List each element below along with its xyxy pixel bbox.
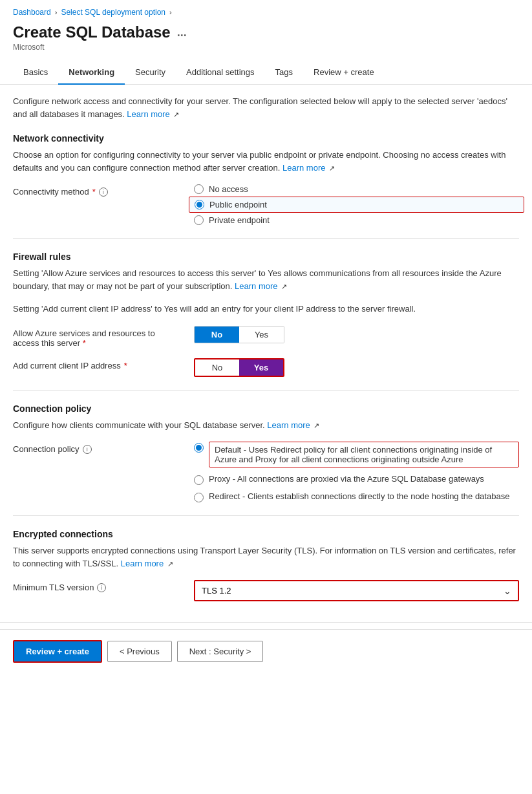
add-client-ip-no[interactable]: No [195,359,239,376]
divider-bottom [0,622,532,623]
connectivity-method-options: No access Public endpoint Private endpoi… [194,184,519,225]
allow-azure-toggle: No Yes [194,326,519,343]
intro-learn-more[interactable]: Learn more [127,109,169,119]
tls-version-select-wrapper: TLS 1.0 TLS 1.1 TLS 1.2 TLS 1.3 ⌄ [194,580,519,601]
policy-radio-group: Default - Uses Redirect policy for all c… [194,442,519,502]
page-title-text: Create SQL Database [13,23,171,41]
policy-radio-proxy-input[interactable] [194,475,204,485]
radio-public-endpoint-input[interactable] [195,200,204,209]
connectivity-radio-group: No access Public endpoint Private endpoi… [194,184,519,225]
policy-radio-redirect-input[interactable] [194,493,204,502]
intro-description: Configure network access and connectivit… [13,95,519,120]
intro-external-link-icon: ↗ [173,111,179,118]
radio-private-endpoint-input[interactable] [194,215,204,225]
encrypted-learn-more[interactable]: Learn more [121,559,164,568]
tls-info-icon[interactable]: i [97,583,106,592]
network-external-link-icon: ↗ [329,164,335,172]
policy-default-label: Default - Uses Redirect policy for all c… [209,442,519,467]
tabs-nav: Basics Networking Security Additional se… [0,61,532,85]
policy-radio-redirect[interactable]: Redirect - Clients establish connections… [194,491,519,502]
tab-additional-settings[interactable]: Additional settings [176,61,265,85]
allow-azure-no[interactable]: No [195,327,239,343]
firewall-external-link-icon: ↗ [281,283,287,290]
connectivity-method-row: Connectivity method * i No access Public… [13,184,519,225]
tab-networking[interactable]: Networking [58,61,125,85]
breadcrumb: Dashboard › Select SQL deployment option… [0,0,532,21]
policy-radio-proxy[interactable]: Proxy - All connections are proxied via … [194,474,519,485]
allow-azure-required: * [83,338,86,348]
encrypted-external-link-icon: ↗ [167,560,173,568]
policy-radio-default[interactable]: Default - Uses Redirect policy for all c… [194,442,519,467]
allow-azure-yes[interactable]: Yes [239,327,284,343]
main-content: Configure network access and connectivit… [0,85,532,622]
add-client-ip-yes[interactable]: Yes [239,359,283,376]
network-connectivity-description: Choose an option for configuring connect… [13,149,519,174]
radio-public-endpoint[interactable]: Public endpoint [189,197,524,213]
ellipsis-menu[interactable]: ... [177,26,187,39]
connection-policy-external-link-icon: ↗ [314,422,319,429]
radio-no-access[interactable]: No access [194,184,519,194]
firewall-rules-title: Firewall rules [13,252,519,262]
connectivity-method-label: Connectivity method * i [13,184,194,197]
network-learn-more[interactable]: Learn more [282,163,325,173]
previous-button[interactable]: < Previous [107,641,172,662]
divider-1 [13,238,519,239]
encrypted-connections-title: Encrypted connections [13,529,519,539]
tls-version-row: Minimum TLS version i TLS 1.0 TLS 1.1 TL… [13,580,519,601]
allow-azure-row: Allow Azure services and resources to ac… [13,326,519,348]
divider-2 [13,390,519,391]
add-client-ip-label: Add current client IP address * [13,358,194,370]
breadcrumb-select-sql[interactable]: Select SQL deployment option [61,8,165,17]
connection-policy-row: Connection policy i Default - Uses Redir… [13,442,519,502]
client-ip-required: * [124,361,127,370]
next-button[interactable]: Next : Security > [177,641,264,662]
radio-private-endpoint[interactable]: Private endpoint [194,215,519,225]
add-client-ip-toggle: No Yes [194,358,519,377]
firewall-learn-more[interactable]: Learn more [235,281,277,291]
action-bar: Review + create < Previous Next : Securi… [0,629,532,673]
tab-tags[interactable]: Tags [265,61,303,85]
divider-3 [13,515,519,516]
tab-basics[interactable]: Basics [13,61,58,85]
tab-security[interactable]: Security [125,61,176,85]
add-client-ip-row: Add current client IP address * No Yes [13,358,519,377]
firewall-description-2: Setting 'Add current client IP address' … [13,303,519,316]
allow-azure-toggle-wrapper[interactable]: No Yes [194,326,284,343]
policy-radio-default-input[interactable] [194,443,204,453]
network-connectivity-title: Network connectivity [13,133,519,144]
connection-policy-info-icon[interactable]: i [83,445,92,454]
review-create-button[interactable]: Review + create [13,640,102,663]
required-marker: * [92,187,96,197]
tls-version-select[interactable]: TLS 1.0 TLS 1.1 TLS 1.2 TLS 1.3 [195,581,518,600]
page-header: Create SQL Database ... Microsoft [0,21,532,61]
connectivity-info-icon[interactable]: i [99,188,108,197]
connection-policy-description: Configure how clients communicate with y… [13,419,519,432]
breadcrumb-dashboard[interactable]: Dashboard [13,8,51,17]
connection-policy-learn-more[interactable]: Learn more [267,420,310,430]
page-subtitle: Microsoft [13,43,519,52]
connection-policy-label: Connection policy i [13,442,194,454]
tls-version-label: Minimum TLS version i [13,580,194,592]
connection-policy-options: Default - Uses Redirect policy for all c… [194,442,519,502]
add-client-ip-toggle-wrapper[interactable]: No Yes [194,358,284,377]
connection-policy-title: Connection policy [13,403,519,414]
radio-no-access-input[interactable] [194,184,204,194]
tab-review-create[interactable]: Review + create [303,61,385,85]
firewall-description-1: Setting 'Allow Azure services and resour… [13,267,519,292]
encrypted-connections-description: This server supports encrypted connectio… [13,544,519,570]
allow-azure-label: Allow Azure services and resources to ac… [13,326,194,348]
tls-select-wrapper-outlined: TLS 1.0 TLS 1.1 TLS 1.2 TLS 1.3 ⌄ [194,580,519,601]
